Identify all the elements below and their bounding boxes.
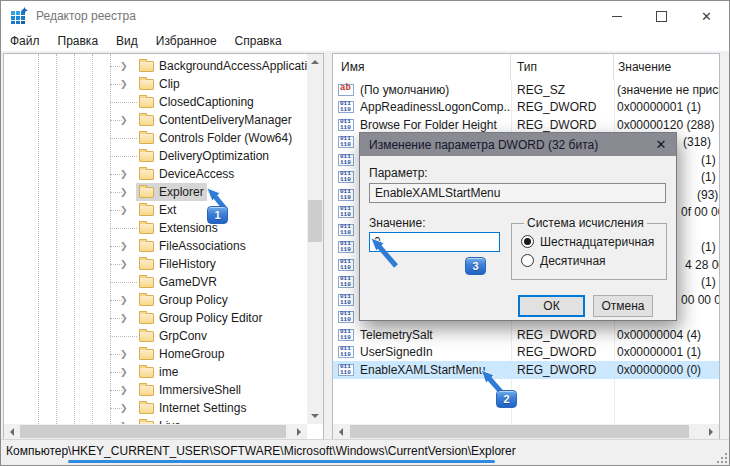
tree-item[interactable]: ❯ Internet Settings xyxy=(4,399,307,417)
registry-value-row[interactable]: TelemetrySalt REG_DWORD 0x00000004 (4) xyxy=(333,326,719,344)
value-type: REG_DWORD xyxy=(511,328,614,342)
tree-node[interactable]: Internet Settings xyxy=(136,399,249,417)
tree-node[interactable]: ClosedCaptioning xyxy=(136,93,257,111)
column-header-value[interactable]: Значение xyxy=(614,54,719,80)
param-name-field[interactable] xyxy=(369,183,666,203)
column-header-type[interactable]: Тип xyxy=(511,54,614,80)
radio-decimal[interactable]: Десятичная xyxy=(521,251,666,270)
chevron-right-icon[interactable]: ❯ xyxy=(120,112,132,128)
scroll-right-button[interactable] xyxy=(703,424,719,439)
tree-node[interactable]: Controls Folder (Wow64) xyxy=(136,129,295,147)
tree-horizontal-scrollbar[interactable] xyxy=(4,424,307,439)
scroll-left-button[interactable] xyxy=(4,424,20,439)
tree-node[interactable]: Clip xyxy=(136,75,183,93)
tree-item[interactable]: ❯ FileHistory xyxy=(4,255,307,273)
scroll-left-button[interactable] xyxy=(333,424,349,439)
tree-hscroll-thumb[interactable] xyxy=(20,425,286,438)
radix-group-label: Система исчисления xyxy=(524,216,647,230)
tree-node[interactable]: DeviceAccess xyxy=(136,165,237,183)
registry-value-row[interactable]: UserSignedIn REG_DWORD 0x00000001 (1) xyxy=(333,344,719,362)
tree-node[interactable]: Explorer xyxy=(136,183,207,201)
tree-item[interactable]: ❯ GameDVR xyxy=(4,273,307,291)
scroll-down-button[interactable] xyxy=(307,408,323,424)
chevron-right-icon[interactable]: ❯ xyxy=(120,346,132,362)
chevron-right-icon[interactable]: ❯ xyxy=(120,202,132,218)
chevron-right-icon[interactable]: ❯ xyxy=(120,256,132,272)
callout-2: 2 xyxy=(480,369,540,414)
tree-node[interactable]: BackgroundAccessApplicatio xyxy=(136,57,307,75)
chevron-right-icon[interactable]: ❯ xyxy=(120,364,132,380)
chevron-right-icon[interactable]: ❯ xyxy=(120,184,132,200)
scroll-right-button[interactable] xyxy=(291,424,307,439)
minimize-button[interactable] xyxy=(594,1,639,31)
tree-node[interactable]: Group Policy xyxy=(136,291,231,309)
values-horizontal-scrollbar[interactable] xyxy=(333,424,719,439)
tree-item[interactable]: ❯ ContentDeliveryManager xyxy=(4,111,307,129)
tree-vscroll-thumb[interactable] xyxy=(308,200,322,242)
tree-item-label: DeliveryOptimization xyxy=(159,149,269,163)
tree-item[interactable]: ❯ FileAssociations xyxy=(4,237,307,255)
chevron-right-icon[interactable]: ❯ xyxy=(120,400,132,416)
chevron-right-icon[interactable]: ❯ xyxy=(120,238,132,254)
chevron-right-icon[interactable]: ❯ xyxy=(120,58,132,74)
folder-icon xyxy=(139,187,154,198)
menu-help[interactable]: Справка xyxy=(226,31,291,51)
chevron-right-icon[interactable]: ❯ xyxy=(120,166,132,182)
tree-item[interactable]: ❯ GrpConv xyxy=(4,327,307,345)
tree-item[interactable]: ❯ ClosedCaptioning xyxy=(4,93,307,111)
tree-node[interactable]: ime xyxy=(136,363,181,381)
tree-item[interactable]: ❯ DeliveryOptimization xyxy=(4,147,307,165)
registry-editor-window: Редактор реестра ✕ Файл Правка Вид Избра… xyxy=(0,0,730,466)
chevron-right-icon[interactable]: ❯ xyxy=(120,76,132,92)
tree-node[interactable]: Live xyxy=(136,417,184,424)
tree-node[interactable]: FileAssociations xyxy=(136,237,249,255)
tree-item[interactable]: ❯ Live xyxy=(4,417,307,424)
tree-item[interactable]: ❯ Group Policy xyxy=(4,291,307,309)
cancel-button[interactable]: Отмена xyxy=(593,295,653,317)
tree-node[interactable]: FileHistory xyxy=(136,255,219,273)
column-header-name[interactable]: Имя xyxy=(333,54,511,80)
scroll-up-button[interactable] xyxy=(307,54,323,70)
menu-favorites[interactable]: Избранное xyxy=(147,31,226,51)
registry-value-row[interactable]: AppReadinessLogonComp... REG_DWORD 0x000… xyxy=(333,99,719,117)
tree-item[interactable]: ❯ Explorer xyxy=(4,183,307,201)
resize-grip[interactable] xyxy=(715,451,727,463)
chevron-right-icon[interactable]: ❯ xyxy=(120,292,132,308)
values-hscroll-thumb[interactable] xyxy=(350,425,689,438)
radio-unchecked-icon[interactable] xyxy=(521,254,534,267)
registry-value-row[interactable]: Browse For Folder Height REG_DWORD 0x000… xyxy=(333,116,719,134)
tree-item[interactable]: ❯ Group Policy Editor xyxy=(4,309,307,327)
chevron-right-icon[interactable]: ❯ xyxy=(120,310,132,326)
tree-item[interactable]: ❯ ImmersiveShell xyxy=(4,381,307,399)
radio-checked-icon[interactable] xyxy=(521,235,534,248)
tree-item[interactable]: ❯ ime xyxy=(4,363,307,381)
tree-item[interactable]: ❯ DeviceAccess xyxy=(4,165,307,183)
tree-item[interactable]: ❯ Ext xyxy=(4,201,307,219)
menu-view[interactable]: Вид xyxy=(107,31,147,51)
registry-value-row[interactable]: (По умолчанию) REG_SZ (значение не присв… xyxy=(333,81,719,99)
value-type-icon xyxy=(338,259,354,271)
dialog-close-button[interactable]: ✕ xyxy=(646,133,676,156)
tree-item[interactable]: ❯ Controls Folder (Wow64) xyxy=(4,129,307,147)
close-button[interactable]: ✕ xyxy=(684,1,729,31)
menu-edit[interactable]: Правка xyxy=(49,31,108,51)
tree-node[interactable]: ImmersiveShell xyxy=(136,381,244,399)
chevron-right-icon[interactable]: ❯ xyxy=(120,382,132,398)
tree-node[interactable]: ContentDeliveryManager xyxy=(136,111,295,129)
tree-node[interactable]: HomeGroup xyxy=(136,345,227,363)
radio-hexadecimal[interactable]: Шестнадцатеричная xyxy=(521,232,666,251)
radio-hex-label: Шестнадцатеричная xyxy=(540,235,654,249)
menu-file[interactable]: Файл xyxy=(1,31,49,51)
tree-item[interactable]: ❯ Clip xyxy=(4,75,307,93)
ok-button[interactable]: ОК xyxy=(518,295,585,317)
tree-node[interactable]: GameDVR xyxy=(136,273,220,291)
tree-node[interactable]: Ext xyxy=(136,201,179,219)
tree-node[interactable]: DeliveryOptimization xyxy=(136,147,272,165)
tree-node[interactable]: GrpConv xyxy=(136,327,210,345)
tree-item[interactable]: ❯ BackgroundAccessApplicatio xyxy=(4,57,307,75)
tree-item[interactable]: ❯ Extensions xyxy=(4,219,307,237)
tree-item[interactable]: ❯ HomeGroup xyxy=(4,345,307,363)
tree-vertical-scrollbar[interactable] xyxy=(307,54,323,424)
maximize-button[interactable] xyxy=(639,1,684,31)
tree-node[interactable]: Group Policy Editor xyxy=(136,309,265,327)
